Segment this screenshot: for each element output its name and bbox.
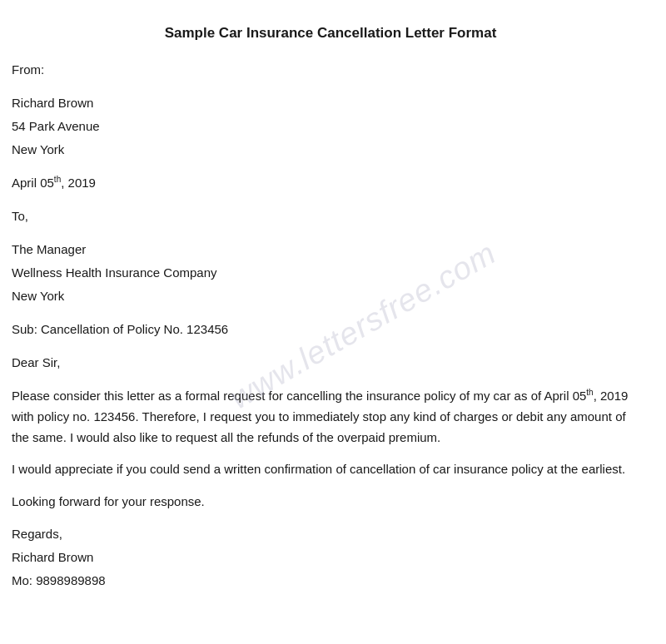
recipient-company: Wellness Health Insurance Company bbox=[12, 263, 633, 283]
sender-info: Richard Brown 54 Park Avenue New York bbox=[12, 93, 633, 160]
from-label: From: bbox=[12, 60, 633, 80]
sender-address: 54 Park Avenue bbox=[12, 116, 633, 136]
recipient-city: New York bbox=[12, 286, 633, 306]
paragraph-2: I would appreciate if you could send a w… bbox=[12, 459, 633, 480]
date-section: April 05th, 2019 bbox=[12, 173, 633, 193]
recipient-title: The Manager bbox=[12, 240, 633, 260]
recipient-info: The Manager Wellness Health Insurance Co… bbox=[12, 240, 633, 306]
from-section: From: bbox=[12, 60, 633, 80]
subject-line: Sub: Cancellation of Policy No. 123456 bbox=[12, 320, 633, 339]
closing-section: Regards, Richard Brown Mo: 9898989898 bbox=[12, 524, 633, 591]
page-title: Sample Car Insurance Cancellation Letter… bbox=[12, 25, 633, 42]
to-label: To, bbox=[12, 206, 633, 226]
letter-date: April 05th, 2019 bbox=[12, 173, 633, 193]
letter-page: www.lettersfree.com Sample Car Insurance… bbox=[0, 0, 666, 644]
paragraph-1: Please consider this letter as a formal … bbox=[12, 386, 633, 448]
salutation-section: Dear Sir, bbox=[12, 353, 633, 373]
sender-name: Richard Brown bbox=[12, 93, 633, 113]
mobile-number: Mo: 9898989898 bbox=[12, 571, 633, 591]
closing-name: Richard Brown bbox=[12, 547, 633, 567]
salutation: Dear Sir, bbox=[12, 353, 633, 373]
closing-regards: Regards, bbox=[12, 524, 633, 544]
sender-city: New York bbox=[12, 140, 633, 160]
to-section: To, bbox=[12, 206, 633, 226]
subject-section: Sub: Cancellation of Policy No. 123456 bbox=[12, 320, 633, 339]
paragraph-3: Looking forward for your response. bbox=[12, 492, 633, 513]
